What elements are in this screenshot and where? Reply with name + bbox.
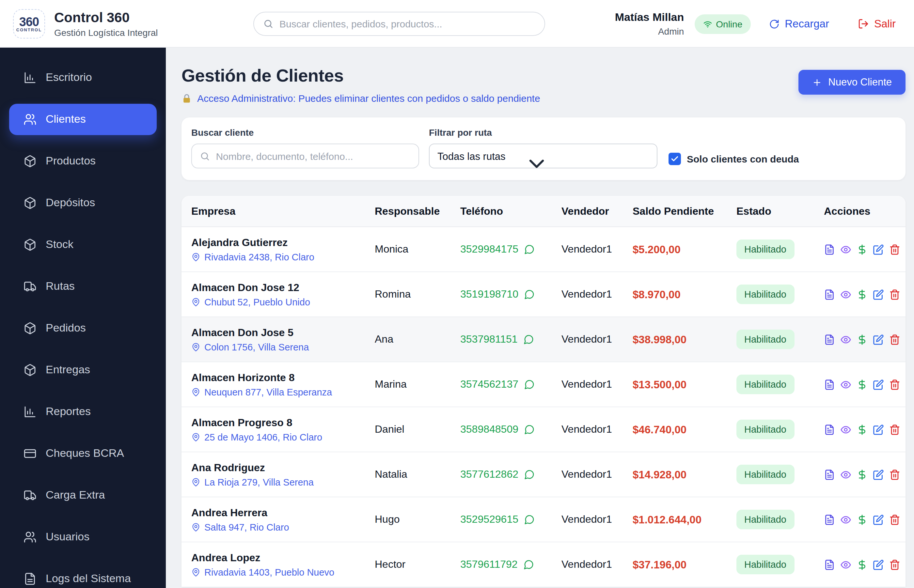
- client-address-link[interactable]: Rivadavia 1403, Pueblo Nuevo: [191, 567, 375, 577]
- action-document-button[interactable]: [824, 469, 835, 480]
- client-address-link[interactable]: Neuquen 877, Villa Esperanza: [191, 387, 375, 397]
- action-payment-button[interactable]: [857, 289, 868, 300]
- action-payment-button[interactable]: [857, 559, 868, 570]
- whatsapp-chat-icon[interactable]: [524, 289, 535, 300]
- action-view-button[interactable]: [840, 469, 851, 480]
- sidebar-item-reportes[interactable]: Reportes: [9, 396, 157, 428]
- phone-number[interactable]: 3519198710: [460, 288, 518, 300]
- action-delete-button[interactable]: [889, 289, 900, 300]
- action-delete-button[interactable]: [889, 379, 900, 390]
- trash-icon: [889, 469, 900, 480]
- client-address-link[interactable]: Chubut 52, Pueblo Unido: [191, 297, 375, 307]
- action-document-button[interactable]: [824, 559, 835, 570]
- action-edit-button[interactable]: [873, 379, 884, 390]
- sidebar-item-stock[interactable]: Stock: [9, 229, 157, 260]
- client-address-link[interactable]: 25 de Mayo 1406, Rio Claro: [191, 432, 375, 442]
- action-document-button[interactable]: [824, 379, 835, 390]
- action-delete-button[interactable]: [889, 559, 900, 570]
- saldo-pendiente-cell: $5.200,00: [633, 243, 736, 255]
- phone-number[interactable]: 3579611792: [460, 559, 518, 570]
- client-address-link[interactable]: Rivadavia 2438, Rio Claro: [191, 252, 375, 262]
- empresa-cell: Ana RodriguezLa Rioja 279, Villa Serena: [191, 462, 375, 487]
- action-edit-button[interactable]: [873, 469, 884, 480]
- sidebar-item-logs-del-sistema[interactable]: Logs del Sistema: [9, 563, 157, 588]
- action-view-button[interactable]: [840, 424, 851, 435]
- whatsapp-chat-icon[interactable]: [524, 379, 535, 389]
- action-edit-button[interactable]: [873, 334, 884, 345]
- action-view-button[interactable]: [840, 559, 851, 570]
- action-view-button[interactable]: [840, 289, 851, 300]
- action-payment-button[interactable]: [857, 514, 868, 525]
- phone-number[interactable]: 3577612862: [460, 468, 518, 480]
- phone-number[interactable]: 3537981151: [460, 333, 518, 345]
- debt-filter[interactable]: Solo clientes con deuda: [668, 153, 799, 165]
- phone-number[interactable]: 3589848509: [460, 423, 518, 435]
- route-filter-select[interactable]: Todas las rutas: [429, 144, 657, 168]
- reload-button[interactable]: Recargar: [769, 18, 829, 30]
- table-row: Andrea LopezRivadavia 1403, Pueblo Nuevo…: [181, 542, 906, 587]
- action-view-button[interactable]: [840, 514, 851, 525]
- action-view-button[interactable]: [840, 379, 851, 390]
- logout-button[interactable]: Salir: [858, 18, 896, 30]
- action-delete-button[interactable]: [889, 334, 900, 345]
- action-payment-button[interactable]: [857, 469, 868, 480]
- sidebar-item-cheques-bcra[interactable]: Cheques BCRA: [9, 438, 157, 469]
- client-search-input[interactable]: [216, 150, 411, 162]
- sidebar-item-pedidos[interactable]: Pedidos: [9, 313, 157, 344]
- sidebar-item-entregas[interactable]: Entregas: [9, 354, 157, 386]
- action-delete-button[interactable]: [889, 514, 900, 525]
- phone-number[interactable]: 3574562137: [460, 378, 518, 390]
- action-payment-button[interactable]: [857, 424, 868, 435]
- whatsapp-chat-icon[interactable]: [524, 244, 535, 255]
- action-delete-button[interactable]: [889, 244, 900, 255]
- client-address-link[interactable]: Salta 947, Rio Claro: [191, 522, 375, 532]
- sidebar-item-carga-extra[interactable]: Carga Extra: [9, 480, 157, 511]
- estado-cell: Habilitado: [736, 555, 824, 574]
- whatsapp-chat-icon[interactable]: [524, 469, 535, 480]
- action-edit-button[interactable]: [873, 289, 884, 300]
- sidebar: EscritorioClientesProductosDepósitosStoc…: [0, 48, 166, 588]
- edit-icon: [873, 244, 884, 255]
- client-search-box[interactable]: [191, 144, 419, 168]
- action-edit-button[interactable]: [873, 424, 884, 435]
- action-view-button[interactable]: [840, 334, 851, 345]
- document-icon: [824, 379, 835, 390]
- phone-number[interactable]: 3529984175: [460, 244, 518, 255]
- sidebar-item-depositos[interactable]: Depósitos: [9, 187, 157, 219]
- action-edit-button[interactable]: [873, 514, 884, 525]
- whatsapp-chat-icon[interactable]: [524, 559, 534, 570]
- sidebar-item-usuarios[interactable]: Usuarios: [9, 522, 157, 553]
- sidebar-item-productos[interactable]: Productos: [9, 145, 157, 177]
- saldo-pendiente-cell: $8.970,00: [633, 288, 736, 300]
- action-delete-button[interactable]: [889, 424, 900, 435]
- action-edit-button[interactable]: [873, 244, 884, 255]
- action-view-button[interactable]: [840, 244, 851, 255]
- sidebar-item-escritorio[interactable]: Escritorio: [9, 62, 157, 93]
- global-search[interactable]: [253, 12, 545, 36]
- action-payment-button[interactable]: [857, 379, 868, 390]
- whatsapp-chat-icon[interactable]: [524, 514, 535, 525]
- dollar-icon: [857, 424, 868, 435]
- whatsapp-chat-icon[interactable]: [524, 334, 534, 344]
- client-address-link[interactable]: Colon 1756, Villa Serena: [191, 342, 375, 352]
- sidebar-item-rutas[interactable]: Rutas: [9, 271, 157, 302]
- action-delete-button[interactable]: [889, 469, 900, 480]
- action-document-button[interactable]: [824, 334, 835, 345]
- document-icon: [824, 334, 835, 345]
- action-document-button[interactable]: [824, 289, 835, 300]
- action-document-button[interactable]: [824, 244, 835, 255]
- status-badge: Habilitado: [736, 239, 794, 259]
- new-client-button[interactable]: Nuevo Cliente: [798, 70, 906, 95]
- debt-filter-checkbox[interactable]: [668, 153, 681, 165]
- global-search-input[interactable]: [280, 18, 535, 29]
- action-payment-button[interactable]: [857, 244, 868, 255]
- action-document-button[interactable]: [824, 514, 835, 525]
- action-payment-button[interactable]: [857, 334, 868, 345]
- phone-number[interactable]: 3529529615: [460, 514, 518, 525]
- client-address: Salta 947, Rio Claro: [204, 522, 289, 532]
- sidebar-item-clientes[interactable]: Clientes: [9, 104, 157, 135]
- action-document-button[interactable]: [824, 424, 835, 435]
- whatsapp-chat-icon[interactable]: [524, 424, 535, 435]
- action-edit-button[interactable]: [873, 559, 884, 570]
- client-address-link[interactable]: La Rioja 279, Villa Serena: [191, 477, 375, 487]
